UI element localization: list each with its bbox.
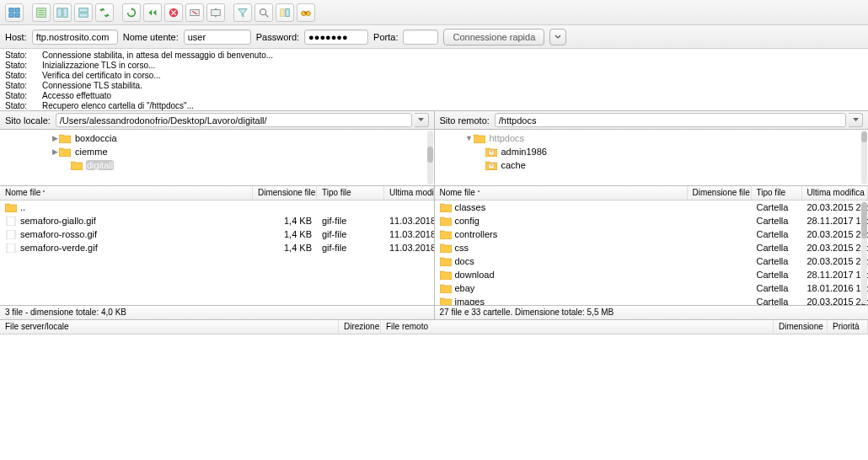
file-mtime: 18.01.2016 17:05:08: [802, 283, 869, 293]
disconnect-button[interactable]: [185, 3, 204, 22]
col-server[interactable]: File server/locale: [0, 320, 339, 334]
trees: ▶boxdoccia▶ciemmedigitall ▼httpdocs?admi…: [0, 130, 868, 186]
expand-arrow-icon[interactable]: ▼: [465, 134, 474, 142]
remote-site-dropdown[interactable]: [849, 113, 863, 127]
col-size[interactable]: Dimensione file: [688, 186, 752, 200]
remote-site-bar: Sito remoto:: [435, 111, 869, 130]
remote-list-body[interactable]: classesCartella20.03.2015 22:07:33config…: [435, 201, 869, 305]
toggle-queue-button[interactable]: [74, 3, 93, 22]
list-row[interactable]: downloadCartella28.11.2017 12:46:29: [435, 268, 869, 281]
file-mtime: 11.03.2018 19:: [384, 216, 434, 226]
user-label: Nome utente:: [123, 32, 179, 42]
site-bar: Sito locale: Sito remoto:: [0, 111, 868, 130]
list-row-parent[interactable]: ..: [0, 201, 434, 214]
svg-rect-20: [281, 8, 284, 16]
col-priority[interactable]: Priorità: [828, 320, 868, 334]
col-size[interactable]: Dimensione file: [253, 186, 317, 200]
tree-item[interactable]: digitall: [0, 158, 434, 172]
col-mtime[interactable]: Ultima modifica: [384, 186, 434, 200]
refresh-button[interactable]: [122, 3, 141, 22]
tree-item[interactable]: ?cache: [435, 158, 869, 172]
col-remote[interactable]: File remoto: [381, 320, 774, 334]
expand-arrow-icon[interactable]: ▶: [51, 134, 59, 142]
filter-button[interactable]: [233, 3, 252, 22]
list-row[interactable]: ebayCartella18.01.2016 17:05:08: [435, 281, 869, 295]
col-type[interactable]: Tipo file: [317, 186, 384, 200]
scrollbar[interactable]: [861, 131, 867, 185]
compare-button[interactable]: [276, 3, 294, 22]
queue-body[interactable]: [0, 334, 868, 453]
svg-rect-1: [15, 8, 19, 11]
col-type[interactable]: Tipo file: [752, 186, 802, 200]
local-site-input[interactable]: [56, 113, 412, 127]
tree-item[interactable]: ▶boxdoccia: [0, 131, 434, 145]
tree-label: digitall: [86, 160, 114, 170]
list-row[interactable]: configCartella28.11.2017 12:46:29: [435, 214, 869, 227]
remote-tree[interactable]: ▼httpdocs?admin1986?cache: [435, 130, 869, 185]
toggle-tree-button[interactable]: [53, 3, 72, 22]
list-row[interactable]: imagesCartella20.03.2015 22:32:05: [435, 295, 869, 305]
svg-rect-29: [7, 217, 15, 226]
svg-rect-24: [304, 12, 308, 13]
svg-rect-0: [9, 8, 13, 11]
col-name[interactable]: Nome file˄: [435, 186, 688, 200]
tree-label: cache: [501, 160, 527, 170]
folder-icon: [440, 243, 452, 253]
remote-site-input[interactable]: [495, 113, 846, 127]
local-list-body[interactable]: ..semaforo-giallo.gif1,4 KBgif-file11.03…: [0, 201, 434, 305]
toolbar-group-2: [32, 3, 114, 22]
list-row[interactable]: semaforo-verde.gif1,4 KBgif-file11.03.20…: [0, 241, 434, 254]
sync-browse-button[interactable]: [95, 3, 114, 22]
quickconnect-button[interactable]: Connessione rapida: [443, 29, 544, 45]
file-icon: [5, 217, 17, 226]
file-name: ebay: [455, 283, 475, 293]
file-mtime: 28.11.2017 12:46:29: [802, 270, 869, 280]
lists: Nome file˄ Dimensione file Tipo file Ult…: [0, 186, 868, 306]
list-row[interactable]: controllersCartella20.03.2015 22:08:56: [435, 227, 869, 241]
expand-arrow-icon[interactable]: ▶: [51, 147, 59, 156]
log-label: Stato:: [5, 71, 30, 81]
search-button[interactable]: [255, 3, 273, 22]
col-qsize[interactable]: Dimensione: [774, 320, 828, 334]
file-size: 1,4 KB: [253, 216, 317, 226]
file-mtime: 11.03.2018 19:: [384, 243, 434, 253]
list-row[interactable]: classesCartella20.03.2015 22:07:33: [435, 201, 869, 214]
list-row[interactable]: cssCartella20.03.2015 22:09:15: [435, 241, 869, 254]
svg-rect-31: [7, 243, 15, 253]
file-name: semaforo-giallo.gif: [20, 216, 96, 226]
local-tree[interactable]: ▶boxdoccia▶ciemmedigitall: [0, 130, 435, 185]
host-input[interactable]: [32, 29, 118, 45]
col-direction[interactable]: Direzione: [339, 320, 381, 334]
list-row[interactable]: semaforo-giallo.gif1,4 KBgif-file11.03.2…: [0, 214, 434, 227]
port-input[interactable]: [403, 29, 438, 45]
file-mtime: 20.03.2015 22:09:15: [802, 243, 869, 253]
cancel-button[interactable]: [164, 3, 183, 22]
main-toolbar: [0, 0, 868, 25]
svg-rect-3: [15, 13, 19, 16]
site-manager-button[interactable]: [5, 3, 24, 22]
quickconnect-dropdown[interactable]: [549, 29, 566, 45]
user-input[interactable]: [184, 29, 251, 45]
list-row[interactable]: docsCartella20.03.2015 22:31:59: [435, 254, 869, 268]
tree-item[interactable]: ?admin1986: [435, 145, 869, 158]
password-input[interactable]: [304, 29, 368, 45]
file-type: gif-file: [317, 216, 384, 226]
folder-icon: [440, 230, 452, 239]
file-type: Cartella: [752, 202, 802, 212]
local-site-dropdown[interactable]: [415, 113, 429, 127]
scrollbar[interactable]: [861, 201, 867, 304]
tree-item[interactable]: ▼httpdocs: [435, 131, 869, 145]
toggle-log-button[interactable]: [32, 3, 51, 22]
process-queue-button[interactable]: [143, 3, 162, 22]
svg-rect-8: [57, 8, 62, 17]
footer: [0, 453, 868, 460]
log-panel[interactable]: Stato:Connessione stabilita, in attesa d…: [0, 49, 868, 111]
list-row[interactable]: semaforo-rosso.gif1,4 KBgif-file11.03.20…: [0, 227, 434, 241]
col-mtime[interactable]: Ultima modifica: [802, 186, 869, 200]
tree-item[interactable]: ▶ciemme: [0, 145, 434, 158]
toolbar-group-1: [5, 3, 24, 22]
binoculars-button[interactable]: [297, 3, 315, 22]
reconnect-button[interactable]: [206, 3, 225, 22]
scrollbar[interactable]: [427, 131, 433, 185]
col-name[interactable]: Nome file˄: [0, 186, 253, 200]
